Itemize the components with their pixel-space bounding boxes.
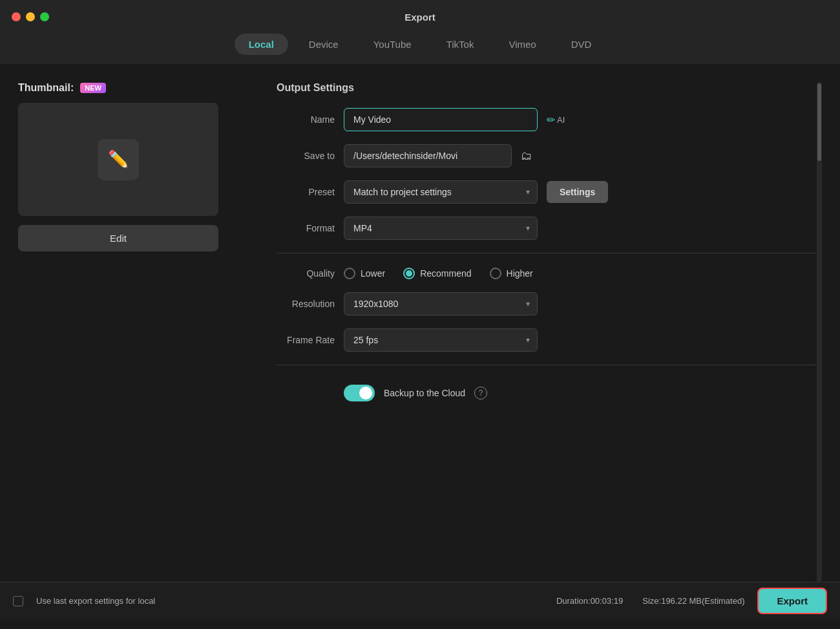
maximize-button[interactable] xyxy=(40,12,49,21)
resolution-select-wrap: 1920x1080 1280x720 3840x2160 640x480 ▾ xyxy=(344,292,538,315)
thumbnail-section-label: Thumbnail: NEW xyxy=(18,82,257,94)
resolution-select[interactable]: 1920x1080 1280x720 3840x2160 640x480 xyxy=(344,292,538,315)
settings-button[interactable]: Settings xyxy=(547,181,608,203)
size-label: Size:196.22 MB(Estimated) xyxy=(642,596,744,606)
scrollbar-track[interactable] xyxy=(817,82,822,582)
footer-info: Duration:00:03:19 Size:196.22 MB(Estimat… xyxy=(556,596,745,606)
right-panel: Output Settings Name ✏ AI Save to 🗂 Pres… xyxy=(277,82,822,582)
thumbnail-icon-wrap: ✏️ xyxy=(98,139,139,180)
quality-recommend-label: Recommend xyxy=(420,268,471,279)
name-input[interactable] xyxy=(344,108,538,131)
thumbnail-preview: ✏️ xyxy=(18,103,218,216)
backup-toggle[interactable] xyxy=(344,385,375,401)
folder-button[interactable]: 🗂 xyxy=(521,149,532,163)
format-select[interactable]: MP4 MOV AVI MKV GIF xyxy=(344,217,538,240)
name-label: Name xyxy=(277,114,335,125)
last-settings-checkbox[interactable] xyxy=(13,596,23,606)
format-select-wrap: MP4 MOV AVI MKV GIF ▾ xyxy=(344,217,538,240)
tab-tiktok[interactable]: TikTok xyxy=(432,34,488,55)
pencil-icon: ✏️ xyxy=(108,149,129,169)
quality-recommend-radio[interactable] xyxy=(403,268,415,279)
footer: Use last export settings for local Durat… xyxy=(0,582,840,619)
preset-label: Preset xyxy=(277,187,335,197)
frame-rate-select-wrap: 25 fps 30 fps 24 fps 60 fps ▾ xyxy=(344,328,538,352)
resolution-row: Resolution 1920x1080 1280x720 3840x2160 … xyxy=(277,292,822,315)
window-controls xyxy=(12,12,49,21)
quality-row: Quality Lower Recommend Higher xyxy=(277,268,822,279)
close-button[interactable] xyxy=(12,12,21,21)
quality-higher-label: Higher xyxy=(507,268,533,279)
preset-select-wrap: Match to project settings Custom 1080p H… xyxy=(344,180,538,204)
resolution-label: Resolution xyxy=(277,299,335,309)
quality-higher-option[interactable]: Higher xyxy=(490,268,533,279)
titlebar: Export xyxy=(0,0,840,34)
format-row: Format MP4 MOV AVI MKV GIF ▾ xyxy=(277,217,822,240)
quality-lower-label: Lower xyxy=(361,268,385,279)
last-settings-label: Use last export settings for local xyxy=(36,596,155,606)
tab-youtube[interactable]: YouTube xyxy=(359,34,426,55)
tab-local[interactable]: Local xyxy=(235,34,288,55)
frame-rate-row: Frame Rate 25 fps 30 fps 24 fps 60 fps ▾ xyxy=(277,328,822,352)
name-row: Name ✏ AI xyxy=(277,108,822,131)
divider-1 xyxy=(277,253,822,253)
quality-lower-option[interactable]: Lower xyxy=(344,268,385,279)
save-to-row: Save to 🗂 xyxy=(277,144,822,167)
duration-label: Duration:00:03:19 xyxy=(556,596,623,606)
left-panel: Thumbnail: NEW ✏️ Edit xyxy=(18,82,257,582)
thumbnail-text: Thumbnail: xyxy=(18,82,74,94)
window-title: Export xyxy=(404,12,436,23)
save-to-label: Save to xyxy=(277,151,335,161)
output-settings-title: Output Settings xyxy=(277,82,822,94)
pen-icon: ✏ xyxy=(547,114,555,126)
tab-device[interactable]: Device xyxy=(295,34,353,55)
toggle-knob xyxy=(359,387,372,400)
tab-dvd[interactable]: DVD xyxy=(557,34,606,55)
quality-label: Quality xyxy=(277,268,335,279)
quality-recommend-option[interactable]: Recommend xyxy=(403,268,471,279)
nav-tabs: Local Device YouTube TikTok Vimeo DVD xyxy=(0,34,840,64)
quality-higher-radio[interactable] xyxy=(490,268,501,279)
help-icon[interactable]: ? xyxy=(474,387,487,400)
preset-select[interactable]: Match to project settings Custom 1080p H… xyxy=(344,180,538,204)
radio-dot xyxy=(406,270,412,277)
export-button[interactable]: Export xyxy=(757,588,827,614)
save-to-input[interactable] xyxy=(344,144,512,167)
new-badge: NEW xyxy=(80,83,106,93)
quality-lower-radio[interactable] xyxy=(344,268,355,279)
format-label: Format xyxy=(277,223,335,233)
tab-vimeo[interactable]: Vimeo xyxy=(494,34,550,55)
backup-label: Backup to the Cloud xyxy=(384,388,465,398)
backup-row: Backup to the Cloud ? xyxy=(277,385,822,401)
ai-label: AI xyxy=(557,115,565,125)
edit-thumbnail-button[interactable]: Edit xyxy=(18,225,218,251)
main-content: Thumbnail: NEW ✏️ Edit Output Settings N… xyxy=(0,64,840,582)
preset-row: Preset Match to project settings Custom … xyxy=(277,180,822,204)
scrollbar-thumb[interactable] xyxy=(817,83,821,161)
ai-button[interactable]: ✏ AI xyxy=(547,114,565,126)
quality-options: Lower Recommend Higher xyxy=(344,268,533,279)
folder-icon: 🗂 xyxy=(521,149,532,162)
frame-rate-select[interactable]: 25 fps 30 fps 24 fps 60 fps xyxy=(344,328,538,352)
frame-rate-label: Frame Rate xyxy=(277,335,335,345)
divider-2 xyxy=(277,365,822,365)
minimize-button[interactable] xyxy=(26,12,35,21)
